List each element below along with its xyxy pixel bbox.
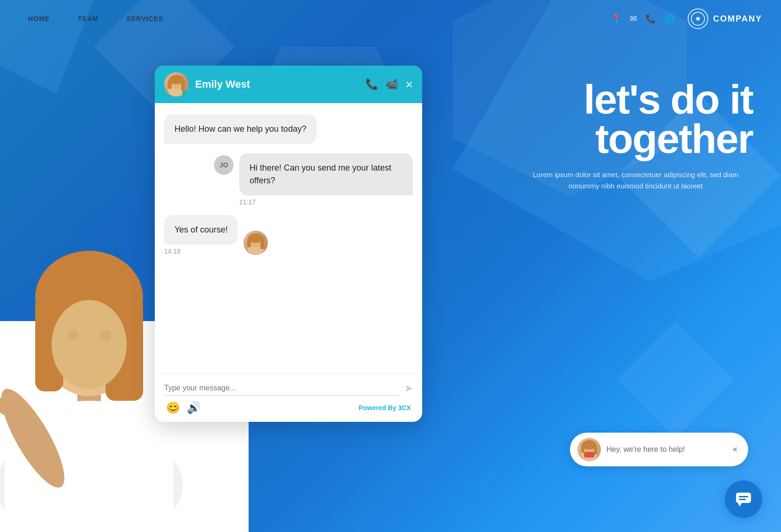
- online-indicator: [182, 90, 188, 96]
- popup-text: Hey, we're here to help!: [607, 445, 729, 454]
- chat-bubble-icon: [734, 490, 753, 509]
- chat-message-input[interactable]: [164, 381, 400, 396]
- globe-icon[interactable]: 🌐: [664, 14, 675, 24]
- svg-rect-16: [168, 80, 172, 89]
- message-3-time: 14:18: [164, 247, 238, 255]
- svg-point-6: [52, 300, 127, 389]
- header-right: 📍 ✉ 📞 🌐 COMPANY: [611, 8, 762, 29]
- logo-dot: [696, 17, 700, 21]
- audio-button[interactable]: 🔊: [187, 401, 201, 414]
- hero-heading-line1: let's do it: [518, 80, 753, 119]
- video-icon[interactable]: 📹: [386, 78, 398, 90]
- svg-point-7: [67, 330, 78, 341]
- chat-agent-name: Emily West: [195, 78, 365, 90]
- phone-icon[interactable]: 📞: [645, 14, 656, 24]
- hero-text-block: let's do it together Lorem ipsum dolor s…: [518, 80, 753, 192]
- chat-send-button[interactable]: ➤: [404, 382, 413, 395]
- powered-by-label[interactable]: Powered By 3CX: [359, 404, 411, 412]
- svg-rect-31: [739, 496, 748, 497]
- message-3: Yes of course! 14:18: [164, 215, 413, 255]
- header: HOME TEAM SERVICES 📍 ✉ 📞 🌐 COMPANY: [0, 0, 781, 37]
- chat-popup-small[interactable]: Hey, we're here to help! ×: [570, 433, 748, 466]
- message-1: Hello! How can we help you today?: [164, 114, 317, 144]
- chat-messages-area[interactable]: Hello! How can we help you today? JO Hi …: [155, 103, 422, 373]
- chat-close-button[interactable]: ×: [406, 77, 413, 92]
- svg-rect-28: [584, 452, 594, 457]
- svg-point-8: [100, 330, 111, 341]
- popup-close-button[interactable]: ×: [729, 444, 741, 455]
- main-nav: HOME TEAM SERVICES: [28, 15, 163, 22]
- svg-rect-32: [739, 499, 746, 500]
- message-1-bubble: Hello! How can we help you today?: [164, 114, 317, 144]
- svg-rect-29: [736, 493, 751, 503]
- company-logo[interactable]: COMPANY: [688, 8, 762, 29]
- message-2: JO Hi there! Can you send me your latest…: [214, 153, 413, 206]
- send-icon: ➤: [404, 382, 413, 394]
- bg-shape-6: [617, 321, 734, 438]
- message-3-agent-avatar: [243, 231, 268, 255]
- chat-footer: 😊 🔊 Powered By 3CX: [164, 401, 413, 414]
- svg-rect-17: [181, 80, 185, 91]
- chat-input-row: ➤: [164, 381, 413, 396]
- logo-circle: [688, 8, 708, 29]
- svg-rect-21: [247, 238, 251, 247]
- company-name-label: COMPANY: [713, 14, 762, 24]
- chat-avatar-wrapper: [164, 72, 189, 97]
- message-2-bubble: Hi there! Can you send me your latest of…: [239, 153, 413, 195]
- emoji-button[interactable]: 😊: [166, 401, 180, 414]
- chat-bubble-button[interactable]: [725, 480, 762, 518]
- message-3-content: Yes of course! 14:18: [164, 215, 238, 255]
- svg-rect-27: [594, 444, 597, 455]
- chat-footer-icons: 😊 🔊: [166, 401, 201, 414]
- nav-team[interactable]: TEAM: [78, 15, 99, 22]
- message-2-avatar: JO: [214, 155, 234, 175]
- mail-icon[interactable]: ✉: [630, 14, 637, 24]
- svg-rect-22: [260, 238, 264, 249]
- location-icon[interactable]: 📍: [611, 14, 622, 24]
- hero-heading: let's do it together: [518, 80, 753, 158]
- logo-inner-circle: [691, 12, 705, 26]
- nav-services[interactable]: SERVICES: [127, 15, 164, 22]
- popup-avatar: [577, 438, 601, 461]
- message-2-content: Hi there! Can you send me your latest of…: [239, 153, 413, 206]
- svg-rect-26: [581, 444, 584, 453]
- chat-header-actions: 📞 📹: [365, 78, 398, 90]
- chat-window: Emily West 📞 📹 × Hello! How can we help …: [155, 66, 422, 422]
- chat-input-area: ➤ 😊 🔊 Powered By 3CX: [155, 373, 422, 422]
- chat-header: Emily West 📞 📹 ×: [155, 66, 422, 103]
- call-icon[interactable]: 📞: [365, 78, 378, 90]
- hero-subtext: Lorem ipsum dolor sit amet, consectetuer…: [518, 169, 753, 192]
- svg-marker-30: [738, 503, 742, 507]
- message-3-bubble: Yes of course!: [164, 215, 238, 245]
- hero-heading-line2: together: [518, 119, 753, 158]
- nav-home[interactable]: HOME: [28, 15, 50, 22]
- message-2-time: 11:17: [239, 198, 413, 206]
